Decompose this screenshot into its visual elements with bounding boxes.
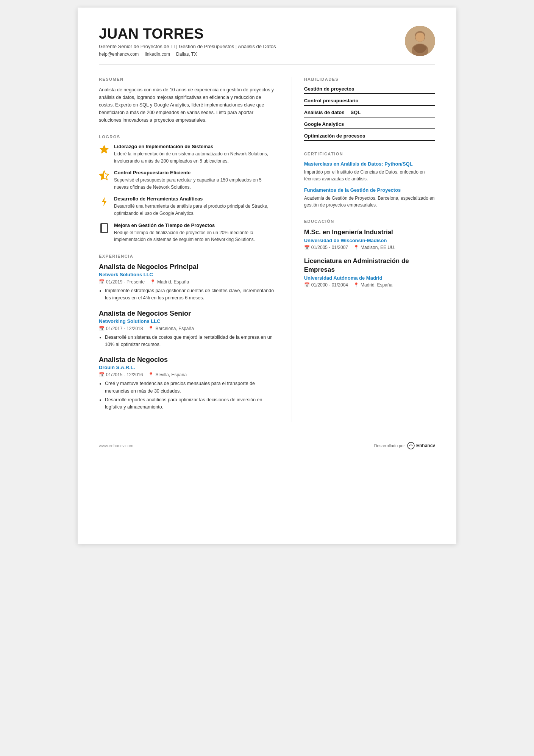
header: JUAN TORRES Gerente Senior de Proyectos … (99, 26, 435, 65)
cert-2-desc: Academia de Gestión de Proyectos, Barcel… (304, 195, 435, 208)
exp-job-2: Analista de Negocios Senior Networking S… (99, 310, 276, 349)
edu-loc-icon-2: 📍 (353, 282, 359, 288)
cal-icon-3: 📅 (99, 372, 105, 377)
skill-label-1: Gestión de proyectos (304, 86, 435, 92)
resumen-text: Analista de negocios con más de 10 años … (99, 86, 276, 124)
cert-2-title: Fundamentos de la Gestión de Proyectos (304, 187, 435, 194)
loc-icon-1: 📍 (150, 279, 156, 285)
logro-content-3: Desarrollo de Herramientas Analíticas De… (114, 196, 276, 217)
logro-desc-4: Reduje el tiempo de finalización de proy… (114, 229, 276, 243)
section-educacion: EDUCACIÓN M.Sc. en Ingeniería Industrial… (304, 219, 435, 287)
edu-cal-1: 📅 (304, 245, 310, 250)
loc-icon-2: 📍 (148, 326, 154, 331)
bullet-3-1: Creé y mantuve tendencias de precios men… (105, 380, 276, 395)
star-icon (99, 144, 109, 155)
skill-label-5: Optimización de procesos (304, 133, 435, 139)
cal-icon-1: 📅 (99, 279, 105, 285)
logro-content-2: Control Presupuestario Eficiente Supervi… (114, 170, 276, 191)
edu-date-1: 📅 01/2005 - 01/2007 (304, 245, 348, 250)
edu-degree-1: M.Sc. en Ingeniería Industrial (304, 228, 435, 236)
skill-3: Análisis de datos SQL (304, 110, 435, 117)
exp-bullets-3: Creé y mantuve tendencias de precios men… (99, 380, 276, 411)
edu-cal-2: 📅 (304, 282, 310, 288)
bullet-1-1: Implementé estrategias para gestionar cu… (105, 287, 276, 302)
exp-bullets-2: Desarrollé un sistema de costos que mejo… (99, 334, 276, 349)
section-logros: LOGROS Liderazgo en Implementación de Si… (99, 135, 276, 243)
exp-date-3: 📅 01/2015 - 12/2016 (99, 372, 143, 377)
exp-job-1: Analista de Negocios Principal Network S… (99, 263, 276, 302)
edu-date-2: 📅 01/2000 - 01/2004 (304, 282, 348, 288)
logro-content-1: Liderazgo en Implementación de Sistemas … (114, 144, 276, 164)
enhancv-logo: Enhancv (407, 442, 435, 449)
logro-desc-1: Lideré la implementación de un sistema a… (114, 150, 276, 164)
exp-meta-1: 📅 01/2019 - Presente 📍 Madrid, España (99, 279, 276, 285)
svg-rect-10 (101, 224, 102, 233)
location: Dallas, TX (176, 52, 197, 57)
logro-item-4: Mejora en Gestión de Tiempo de Proyectos… (99, 222, 276, 243)
resumen-title: RESUMEN (99, 77, 276, 81)
right-column: HABILIDADES Gestión de proyectos Control… (292, 77, 435, 422)
exp-meta-3: 📅 01/2015 - 12/2016 📍 Sevilla, España (99, 372, 276, 377)
edu-meta-1: 📅 01/2005 - 01/2007 📍 Madison, EE.UU. (304, 245, 435, 250)
exp-loc-1: 📍 Madrid, España (150, 279, 189, 285)
candidate-name: JUAN TORRES (99, 26, 276, 42)
skill-bar-3 (304, 117, 435, 117)
logro-content-4: Mejora en Gestión de Tiempo de Proyectos… (114, 222, 276, 243)
loc-icon-3: 📍 (148, 372, 154, 377)
edu-loc-icon-1: 📍 (353, 245, 359, 250)
edu-school-1: Universidad de Wisconsin-Madison (304, 238, 435, 243)
logro-item-3: Desarrollo de Herramientas Analíticas De… (99, 196, 276, 217)
candidate-title: Gerente Senior de Proyectos de TI | Gest… (99, 44, 276, 49)
habilidades-title: HABILIDADES (304, 77, 435, 81)
exp-meta-2: 📅 01/2017 - 12/2018 📍 Barcelona, España (99, 326, 276, 331)
exp-loc-2: 📍 Barcelona, España (148, 326, 194, 331)
skill-row-3: Análisis de datos SQL (304, 110, 435, 115)
exp-date-2: 📅 01/2017 - 12/2018 (99, 326, 143, 331)
svg-marker-4 (100, 145, 109, 153)
job-title-1: Analista de Negocios Principal (99, 263, 276, 271)
body: RESUMEN Analista de negocios con más de … (99, 77, 435, 422)
skill-label-2: Control presupuestario (304, 98, 435, 103)
skill-label-4: Google Analytics (304, 121, 435, 127)
logro-title-4: Mejora en Gestión de Tiempo de Proyectos (114, 222, 276, 228)
logro-title-3: Desarrollo de Herramientas Analíticas (114, 196, 276, 202)
exp-job-3: Analista de Negocios Drouin S.A.R.L. 📅 0… (99, 356, 276, 411)
logro-item-1: Liderazgo en Implementación de Sistemas … (99, 144, 276, 164)
resume-page: JUAN TORRES Gerente Senior de Proyectos … (78, 8, 456, 544)
skill-bar-4 (304, 128, 435, 129)
company-2: Networking Solutions LLC (99, 318, 276, 324)
certification-title: CERTIFICATION (304, 152, 435, 156)
edu-1: M.Sc. en Ingeniería Industrial Universid… (304, 228, 435, 250)
exp-loc-3: 📍 Sevilla, España (148, 372, 187, 377)
bullet-2-1: Desarrollé un sistema de costos que mejo… (105, 334, 276, 349)
cert-1-desc: Impartido por el Instituto de Ciencias d… (304, 169, 435, 182)
email: help@enhancv.com (99, 52, 139, 57)
svg-marker-8 (102, 197, 106, 206)
experiencia-title: EXPERIENCIA (99, 254, 276, 258)
educacion-title: EDUCACIÓN (304, 219, 435, 224)
cert-1-title: Masterclass en Análisis de Datos: Python… (304, 161, 435, 167)
section-resumen: RESUMEN Analista de negocios con más de … (99, 77, 276, 124)
skill-4: Google Analytics (304, 121, 435, 129)
job-title-3: Analista de Negocios (99, 356, 276, 364)
footer-url: www.enhancv.com (99, 443, 133, 448)
bolt-icon (99, 196, 109, 207)
skill-bar-5 (304, 140, 435, 141)
logro-desc-2: Supervisé el presupuesto para reclutar y… (114, 177, 276, 191)
skill-1: Gestión de proyectos (304, 86, 435, 94)
footer-brand: Desarrollado por Enhancv (374, 442, 435, 449)
footer-developed-by: Desarrollado por (374, 443, 405, 448)
logro-desc-3: Desarrollé una herramienta de análisis p… (114, 203, 276, 217)
company-1: Network Solutions LLC (99, 272, 276, 277)
exp-date-1: 📅 01/2019 - Presente (99, 279, 145, 285)
svg-point-3 (415, 33, 425, 42)
skill-extra-3: SQL (351, 110, 361, 115)
company-3: Drouin S.A.R.L. (99, 365, 276, 370)
edu-school-2: Universidad Autónoma de Madrid (304, 275, 435, 281)
logro-title-1: Liderazgo en Implementación de Sistemas (114, 144, 276, 149)
cal-icon-2: 📅 (99, 326, 105, 331)
footer: www.enhancv.com Desarrollado por Enhancv (99, 437, 435, 449)
bullet-3-2: Desarrollé reportes analíticos para opti… (105, 396, 276, 411)
svg-point-11 (408, 442, 414, 449)
skill-bar-1 (304, 93, 435, 94)
